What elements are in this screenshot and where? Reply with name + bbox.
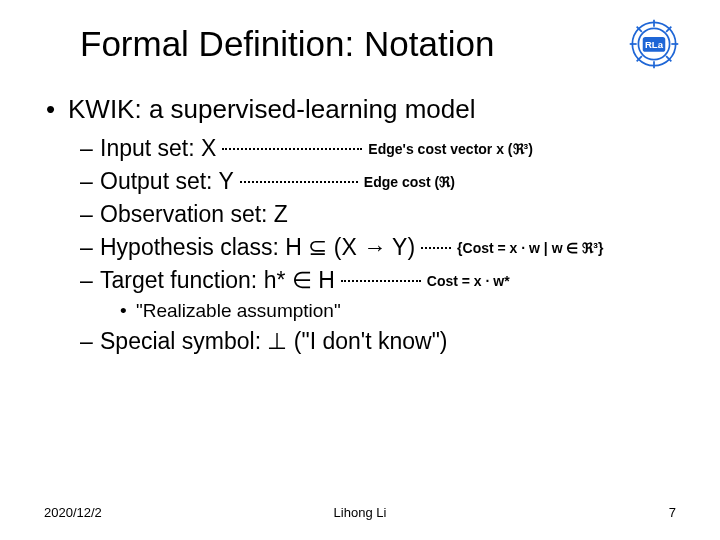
item-output-text: Output set: Y — [100, 168, 234, 195]
item-target: Target function: h* ∈ H Cost = x · w* — [80, 267, 680, 294]
sub-list: Input set: X Edge's cost vector x (ℜ³) O… — [46, 135, 680, 355]
item-obs-text: Observation set: Z — [100, 201, 288, 228]
leader-dots — [421, 247, 451, 249]
item-hyp-text: Hypothesis class: H ⊆ (X → Y) — [100, 234, 415, 261]
footer-author: Lihong Li — [334, 505, 387, 520]
item-hyp: Hypothesis class: H ⊆ (X → Y) {Cost = x … — [80, 234, 680, 261]
item-realizable: "Realizable assumption" — [120, 300, 680, 322]
footer-page: 7 — [669, 505, 676, 520]
leader-dots — [341, 280, 421, 282]
item-input: Input set: X Edge's cost vector x (ℜ³) — [80, 135, 680, 162]
slide: Formal Definition: Notation RLa KWIK: a … — [0, 0, 720, 540]
item-special-text: Special symbol: ⊥ ("I don't know") — [100, 328, 448, 355]
title-row: Formal Definition: Notation RLa — [40, 18, 680, 70]
item-special: Special symbol: ⊥ ("I don't know") — [80, 328, 680, 355]
item-output-annot: Edge cost (ℜ) — [364, 174, 455, 190]
item-target-text: Target function: h* ∈ H — [100, 267, 335, 294]
content: KWIK: a supervised-learning model Input … — [40, 94, 680, 355]
leader-dots — [222, 148, 362, 150]
svg-text:RLa: RLa — [645, 39, 664, 50]
rla-logo-icon: RLa — [628, 18, 680, 70]
footer-date: 2020/12/2 — [44, 505, 102, 520]
item-obs: Observation set: Z — [80, 201, 680, 228]
slide-title: Formal Definition: Notation — [80, 24, 494, 64]
leader-dots — [240, 181, 358, 183]
item-hyp-annot: {Cost = x · w | w ∈ ℜ³} — [457, 240, 603, 256]
item-input-annot: Edge's cost vector x (ℜ³) — [368, 141, 532, 157]
item-input-text: Input set: X — [100, 135, 216, 162]
item-output: Output set: Y Edge cost (ℜ) — [80, 168, 680, 195]
bullet-main: KWIK: a supervised-learning model — [46, 94, 680, 125]
footer: 2020/12/2 Lihong Li 7 — [0, 505, 720, 520]
item-target-annot: Cost = x · w* — [427, 273, 510, 289]
